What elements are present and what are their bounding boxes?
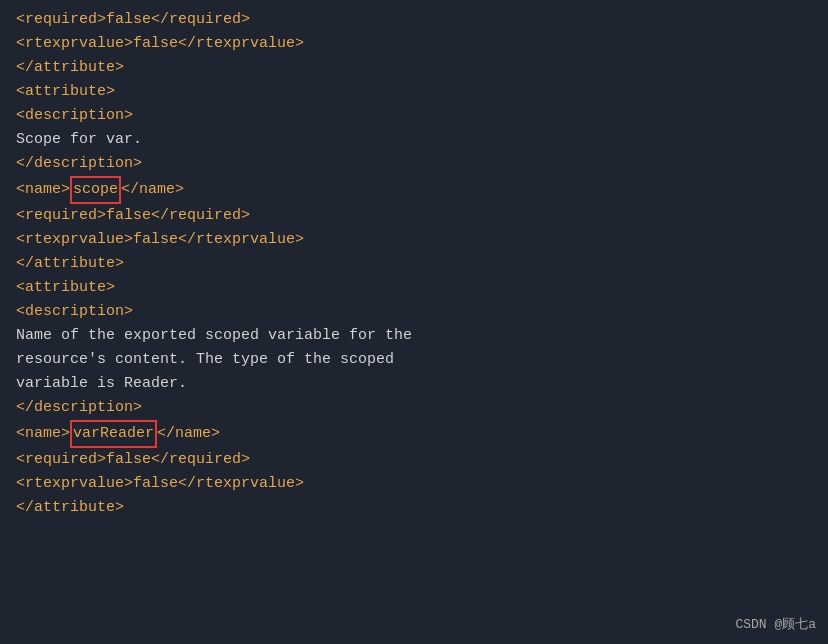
watermark: CSDN @顾七a [735,615,816,636]
xml-tag: </description> [16,396,142,420]
xml-tag: </attribute> [16,252,124,276]
highlighted-value: scope [70,176,121,204]
text-content: Scope for var. [16,128,142,152]
xml-tag: <required>false</required> [16,448,250,472]
code-line: <rtexprvalue>false</rtexprvalue> [0,228,828,252]
code-line: Scope for var. [0,128,828,152]
xml-tag: <required>false</required> [16,204,250,228]
xml-tag: </attribute> [16,56,124,80]
xml-tag-open: <name> [16,422,70,446]
xml-tag: <rtexprvalue>false</rtexprvalue> [16,228,304,252]
code-line: <name>scope</name> [0,176,828,204]
code-line: <description> [0,104,828,128]
code-line: variable is Reader. [0,372,828,396]
xml-tag: <description> [16,300,133,324]
code-line: <rtexprvalue>false</rtexprvalue> [0,472,828,496]
code-line: </description> [0,396,828,420]
code-line: <required>false</required> [0,8,828,32]
code-block: <required>false</required> <rtexprvalue>… [0,0,828,528]
code-line: <attribute> [0,80,828,104]
xml-tag-open: <name> [16,178,70,202]
xml-tag: </attribute> [16,496,124,520]
text-content: Name of the exported scoped variable for… [16,324,412,348]
xml-tag: <attribute> [16,80,115,104]
xml-tag: <required>false</required> [16,8,250,32]
code-line: resource's content. The type of the scop… [0,348,828,372]
code-line: </attribute> [0,56,828,80]
highlighted-value: varReader [70,420,157,448]
code-line: <name>varReader</name> [0,420,828,448]
xml-tag: <rtexprvalue>false</rtexprvalue> [16,472,304,496]
xml-tag: <rtexprvalue>false</rtexprvalue> [16,32,304,56]
code-line: <attribute> [0,276,828,300]
code-line: Name of the exported scoped variable for… [0,324,828,348]
text-content: resource's content. The type of the scop… [16,348,394,372]
text-content: variable is Reader. [16,372,187,396]
code-line: </description> [0,152,828,176]
code-line: <rtexprvalue>false</rtexprvalue> [0,32,828,56]
code-line: <description> [0,300,828,324]
code-line: </attribute> [0,252,828,276]
xml-tag: </description> [16,152,142,176]
xml-tag: <description> [16,104,133,128]
code-line: <required>false</required> [0,448,828,472]
xml-tag-close: </name> [157,422,220,446]
code-line: <required>false</required> [0,204,828,228]
xml-tag: <attribute> [16,276,115,300]
xml-tag-close: </name> [121,178,184,202]
code-line: </attribute> [0,496,828,520]
